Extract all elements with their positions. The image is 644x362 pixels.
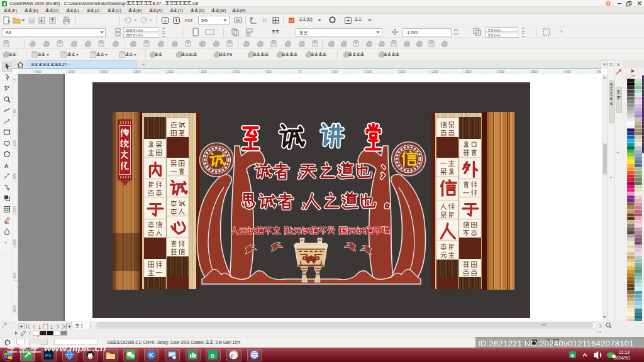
svg-text:3000: 3000	[498, 70, 505, 74]
svg-text:500: 500	[333, 70, 338, 74]
svg-text:PDF: PDF	[185, 18, 192, 23]
svg-text:0: 0	[300, 70, 302, 74]
svg-text:3000: 3000	[101, 70, 108, 74]
svg-text:K: K	[149, 352, 153, 358]
svg-text:1500: 1500	[201, 70, 208, 74]
svg-text:2500: 2500	[13, 239, 16, 246]
svg-text:S: S	[211, 352, 214, 359]
svg-text:2500: 2500	[465, 70, 472, 74]
svg-text:A: A	[4, 163, 9, 169]
svg-text:500: 500	[13, 108, 16, 113]
svg-text:3000: 3000	[13, 272, 16, 279]
svg-text:4000: 4000	[35, 70, 42, 74]
svg-text:1: 1	[38, 324, 41, 329]
svg-text:4000: 4000	[564, 70, 571, 74]
svg-text:1500: 1500	[13, 173, 16, 180]
svg-text:1000: 1000	[233, 70, 240, 74]
svg-text:4500: 4500	[597, 70, 601, 74]
svg-text:500: 500	[267, 70, 272, 74]
svg-text:0: 0	[13, 79, 16, 80]
svg-text:2500: 2500	[135, 70, 142, 74]
svg-text:1500: 1500	[399, 70, 406, 74]
svg-text:3500: 3500	[531, 70, 538, 74]
svg-text:1: 1	[50, 324, 53, 329]
svg-text:1000: 1000	[366, 70, 373, 74]
svg-text:3500: 3500	[13, 305, 16, 312]
svg-text:3500: 3500	[68, 70, 75, 74]
svg-text:1000: 1000	[13, 140, 16, 147]
svg-text:2000: 2000	[432, 70, 439, 74]
svg-text:2000: 2000	[13, 206, 16, 213]
svg-text:2000: 2000	[167, 70, 174, 74]
svg-text:S: S	[571, 353, 575, 358]
